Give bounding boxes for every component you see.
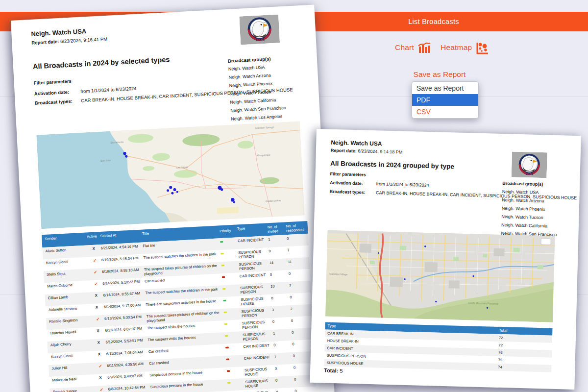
cell-invited: 1 [274, 354, 293, 359]
report-date-line: Report date: 6/23/2024, 9:16:41 PM [31, 36, 107, 46]
save-as-report-dropdown: Save as ReportPDFCSV [412, 81, 479, 119]
filter-parameters-label: Filter parameters [330, 172, 366, 177]
svg-text:USA: USA [255, 37, 265, 42]
cell-active: X [88, 328, 105, 329]
broadcast-types-label: Broadcast types: [330, 189, 375, 195]
report-org-name: Neigh. Watch USA [331, 139, 382, 147]
cell-type: SUSPICIOUS PERSON [243, 331, 273, 342]
col-title: Title [142, 227, 220, 236]
priority-low-icon [223, 300, 226, 301]
page-title: List Broadcasts [408, 18, 459, 25]
active-check-icon: ✓ [94, 281, 98, 286]
cell-active: X [90, 352, 106, 353]
cell-sender: Marco Osborne [44, 282, 86, 289]
report-document-selected-types: Neigh. Watch USA Report date: 6/23/2024,… [11, 5, 336, 392]
cell-priority [225, 333, 243, 335]
save-as-report-trigger[interactable]: Save as Report [414, 70, 466, 79]
active-x-icon: X [96, 305, 98, 309]
cell-started: 6/12/2024, 6:07:07 PM [105, 326, 147, 332]
cell-type: SUSPICIOUS PERSON [240, 284, 271, 294]
cell-priority [220, 250, 238, 253]
cell-sender: Alijah Cherry [48, 341, 89, 347]
tab-chart[interactable]: Chart [395, 43, 414, 52]
cell-sender: Roman Juarez [50, 388, 92, 392]
cell-sender: Alaric Sutton [42, 247, 84, 253]
active-check-icon: ✓ [99, 387, 103, 392]
priority-medium-icon [225, 335, 228, 337]
cell-invited: 0 [272, 318, 291, 324]
active-x-icon: X [95, 294, 98, 298]
activation-date-value: from 1/1/2024 to 6/23/2024 [80, 86, 137, 94]
active-x-icon: X [98, 352, 101, 356]
cell-started: 6/9/2024, 3:40:07 AM [107, 373, 149, 379]
cell-active: X [86, 293, 103, 294]
col-type: Type [237, 225, 268, 231]
priority-high-icon [222, 276, 225, 278]
cell-responded: 2 [290, 306, 312, 311]
priority-low-icon [220, 241, 223, 243]
broadcasts-table: Sender Active Started At Title Priority … [42, 221, 317, 392]
report-date-label: Report date: [331, 148, 357, 153]
filter-parameters-label: Filter parameters [33, 78, 72, 86]
cell-active: ✓ [90, 364, 107, 365]
save-option-pdf[interactable]: PDF [412, 94, 478, 106]
cell-type: SUSPICIOUS PERSON [242, 319, 273, 330]
cell-active: X [87, 305, 104, 306]
cell-sender: Karsyn Good [48, 353, 90, 359]
cell-type: SUSPICIOUS PERSON [241, 308, 272, 318]
broadcasts-map-phoenix: Maricopa Village South Mountain Preserve [325, 230, 555, 322]
tab-heatmap[interactable]: Heatmap [441, 43, 472, 52]
report-document-grouped-by-type: Neigh. Watch USA Report date: 6/23/2024,… [310, 129, 581, 390]
cell-responded: 0 [287, 235, 308, 241]
cell-started: 6/11/2024, 7:05:04 AM [106, 349, 148, 356]
type-totals-table: Type Total CAR BREAK-IN72HOUSE BREAK-IN7… [324, 322, 552, 373]
save-option-csv[interactable]: CSV [412, 106, 478, 118]
priority-high-icon [225, 347, 228, 348]
activation-date-row: Activation date: from 1/1/2024 to 6/23/2… [330, 180, 429, 188]
cell-invited: 0 [275, 366, 294, 371]
broadcast-groups-title: Broadcast group(s) [228, 56, 271, 64]
map-city-label: Las Vegas [176, 165, 188, 169]
heatmap-icon[interactable] [475, 42, 489, 57]
report-date-value: 6/23/2024, 9:16:41 PM [60, 36, 108, 44]
priority-medium-icon [224, 323, 227, 325]
cell-invited: 0 [271, 295, 290, 300]
cell-sender: Julien Hill [49, 364, 90, 370]
cell-responded: 7 [287, 247, 309, 252]
cell-sender: Cillian Lamb [45, 294, 87, 300]
active-x-icon: X [99, 375, 102, 380]
cell-invited: 0 [273, 342, 292, 347]
activation-date-row: Activation date: from 1/1/2024 to 6/23/2… [34, 86, 137, 97]
cell-responded: 0 [294, 388, 316, 392]
active-check-icon: ✓ [98, 364, 102, 368]
priority-medium-icon [224, 312, 227, 313]
cell-active: X [84, 246, 100, 247]
activation-date-value: from 1/1/2024 to 6/23/2024 [376, 181, 429, 188]
report-date-line: Report date: 6/23/2024, 9:14:18 PM [331, 148, 403, 155]
grand-total-line: Total: 5 [324, 368, 343, 374]
cell-priority [227, 368, 245, 370]
priority-medium-icon [220, 253, 223, 254]
cell-type: CAR INCIDENT [244, 355, 274, 361]
cell-type: SUSPICIOUS HOUSE [245, 378, 276, 389]
cell-sender: Karsyn Good [43, 259, 85, 265]
cell-sender: Thatcher Howell [47, 329, 88, 336]
cell-priority [226, 356, 244, 359]
col-total: Total [499, 328, 548, 334]
cell-started: 6/11/2024, 4:35:50 AM [107, 361, 149, 368]
cell-priority [225, 344, 243, 347]
active-x-icon: X [97, 328, 99, 333]
cell-invited: 3 [271, 307, 290, 312]
save-option-save-as-report[interactable]: Save as Report [412, 82, 478, 94]
col-invited: No. of invited [268, 224, 287, 234]
priority-medium-icon [227, 382, 230, 384]
cell-priority [222, 286, 240, 288]
priority-high-icon [226, 359, 229, 360]
cell-invited: 9 [269, 248, 287, 253]
report-org-name: Neigh. Watch USA [31, 27, 87, 38]
cell-responded: 7 [289, 282, 311, 288]
active-x-icon: X [97, 340, 100, 344]
chart-icon[interactable] [417, 42, 431, 57]
cell-started: 6/21/2024, 4:54:16 PM [100, 244, 143, 250]
report-title: All Broadcasts in 2024 grouped by type [330, 160, 454, 171]
